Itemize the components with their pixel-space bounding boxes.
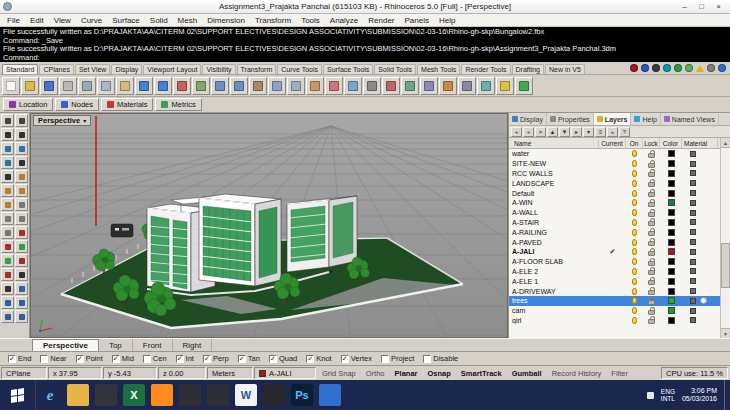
layer-lock-cell[interactable] (643, 307, 660, 315)
toolbar-tab[interactable]: CPlanes (39, 64, 73, 74)
toolbar-tab[interactable]: Standard (2, 64, 38, 74)
layer-current-cell[interactable]: ✓ (599, 189, 626, 197)
word[interactable]: W (235, 384, 257, 406)
layers-scrollbar[interactable]: ▲ ▼ (720, 138, 730, 338)
menu-item[interactable]: Render (363, 16, 399, 25)
viewport-tab[interactable]: Front (133, 339, 173, 351)
select-points-tool[interactable] (15, 114, 28, 127)
layer-lock-cell[interactable] (643, 277, 660, 285)
layer-color-cell[interactable] (660, 229, 682, 236)
layer-color-cell[interactable] (660, 219, 682, 226)
osnap-item[interactable]: ✓ Cen (143, 354, 167, 363)
layer-color-cell[interactable] (660, 199, 682, 206)
status-toggle[interactable]: Filter (606, 369, 633, 378)
osnap-item[interactable]: ✓ Knot (306, 354, 331, 363)
toolbar-tab[interactable]: Surface Tools (323, 64, 373, 74)
offset-button[interactable] (458, 77, 476, 95)
open-file-button[interactable] (21, 77, 39, 95)
clock[interactable]: 3:06 PM 05/03/2016 (682, 387, 717, 403)
layer-row[interactable]: A-DRIVEWAY ✓ (509, 286, 721, 296)
location-button[interactable]: Location (3, 98, 53, 111)
teal-sphere-icon[interactable] (663, 64, 671, 72)
menu-item[interactable]: Tools (296, 16, 325, 25)
layer-current-cell[interactable]: ✓ (599, 248, 626, 256)
paste-button[interactable] (116, 77, 134, 95)
layer-lock-cell[interactable] (643, 160, 660, 168)
menu-item[interactable]: Help (434, 16, 460, 25)
menu-item[interactable]: View (49, 16, 76, 25)
app-window-5[interactable] (319, 384, 341, 406)
layer-color-cell[interactable] (660, 150, 682, 157)
layer-material-cell[interactable] (682, 200, 718, 206)
layer-current-cell[interactable]: ✓ (599, 287, 626, 295)
layer-on-cell[interactable] (626, 219, 643, 226)
checkbox[interactable]: ✓ (306, 355, 314, 363)
undo-button[interactable] (135, 77, 153, 95)
sphere-tool[interactable] (1, 212, 14, 225)
extrude-tool[interactable] (1, 226, 14, 239)
layer-color-cell[interactable] (660, 258, 682, 265)
layer-current-cell[interactable]: ✓ (599, 209, 626, 217)
layer-on-cell[interactable] (626, 199, 643, 206)
app-window-2[interactable] (179, 384, 201, 406)
metrics-button[interactable]: Metrics (155, 98, 201, 111)
array-tool[interactable] (15, 310, 28, 323)
command-history[interactable]: File successfully written as D:\PRAJAKTA… (0, 27, 730, 62)
layer-color-cell[interactable] (660, 180, 682, 187)
firefox[interactable] (151, 384, 173, 406)
layer-color-cell[interactable] (660, 278, 682, 285)
layer-row[interactable]: RCC WALLS ✓ (509, 169, 721, 179)
layer-current-cell[interactable]: ✓ (599, 218, 626, 226)
excel[interactable]: X (123, 384, 145, 406)
layer-lock-cell[interactable] (643, 258, 660, 266)
layer-lock-cell[interactable] (643, 238, 660, 246)
polygon-tool[interactable] (1, 170, 14, 183)
scroll-down-icon[interactable]: ▼ (721, 328, 730, 338)
layer-row[interactable]: Default ✓ (509, 188, 721, 198)
app-window-4[interactable] (263, 384, 285, 406)
new-sublayer-button[interactable]: + (523, 127, 534, 137)
column-on[interactable]: On (626, 138, 643, 148)
menu-item[interactable]: Mesh (173, 16, 203, 25)
loft-tool[interactable] (1, 184, 14, 197)
layer-material-cell[interactable] (682, 308, 718, 314)
osnap-item[interactable]: ✓ Perp (203, 354, 229, 363)
chevron-down-icon[interactable]: ▾ (83, 117, 86, 124)
layer-on-cell[interactable] (626, 258, 643, 265)
zoom-extents-button[interactable] (230, 77, 248, 95)
rectangle-tool[interactable] (15, 156, 28, 169)
toolbar-tab[interactable]: Curve Tools (277, 64, 322, 74)
globe-icon[interactable] (718, 64, 726, 72)
status-toggle[interactable]: Ortho (361, 369, 390, 378)
help-button[interactable] (515, 77, 533, 95)
settings-button[interactable]: » (607, 127, 618, 137)
green-sphere-icon[interactable] (674, 64, 682, 72)
layer-material-cell[interactable] (682, 170, 718, 176)
dark-sphere-icon[interactable] (652, 64, 660, 72)
osnap-item[interactable]: ✓ Point (76, 354, 103, 363)
checkbox[interactable]: ✓ (143, 355, 151, 363)
layer-row[interactable]: A-ELE 2 ✓ (509, 267, 721, 277)
menu-item[interactable]: Edit (25, 16, 49, 25)
filter-button[interactable]: ≡ (595, 127, 606, 137)
checkbox[interactable]: ✓ (269, 355, 277, 363)
layer-lock-cell[interactable] (643, 316, 660, 324)
menu-item[interactable]: Dimension (202, 16, 250, 25)
layer-row[interactable]: SITE-NEW ✓ (509, 159, 721, 169)
osnap-item[interactable]: ✓ Tan (238, 354, 260, 363)
layer-current-cell[interactable]: ✓ (599, 307, 626, 315)
layer-row[interactable]: LANDSCAPE ✓ (509, 178, 721, 188)
layer-current-cell[interactable]: ✓ (599, 277, 626, 285)
sweep-tool[interactable] (15, 184, 28, 197)
checkbox[interactable]: ✓ (40, 355, 48, 363)
checkbox[interactable]: ✓ (423, 355, 431, 363)
layer-color-cell[interactable] (660, 170, 682, 177)
scale-button[interactable] (325, 77, 343, 95)
layer-on-cell[interactable] (626, 170, 643, 177)
tray-icon[interactable] (647, 392, 654, 399)
layer-on-cell[interactable] (626, 160, 643, 167)
arc-tool[interactable] (1, 156, 14, 169)
circle-tool[interactable] (15, 142, 28, 155)
layer-color-cell[interactable] (660, 239, 682, 246)
viewport-tab[interactable]: Right (173, 339, 213, 351)
